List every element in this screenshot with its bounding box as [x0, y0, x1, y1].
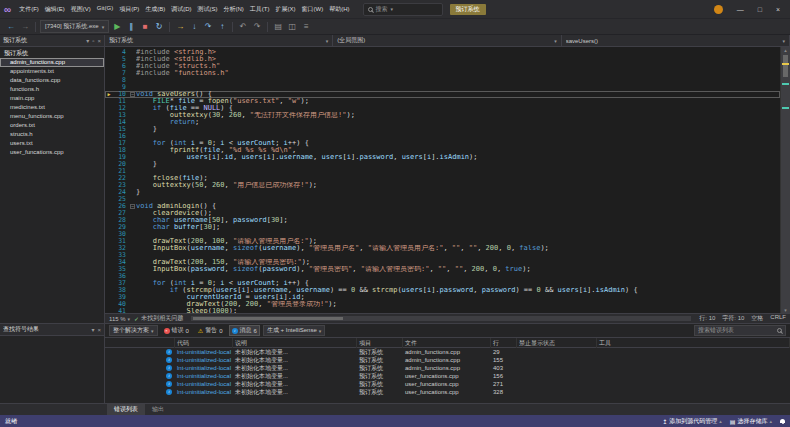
forward-icon[interactable]: → — [19, 21, 31, 33]
file-item[interactable]: orders.txt — [0, 121, 104, 130]
column-header[interactable]: 行 — [491, 338, 517, 348]
step-into-icon[interactable]: ↓ — [188, 21, 200, 33]
fold-margin[interactable] — [129, 294, 136, 301]
file-item[interactable]: appointments.txt — [0, 67, 104, 76]
code-line[interactable]: 17 for (int i = 0; i < userCount; i++) { — [105, 140, 780, 147]
code-line[interactable]: 35 InputBox(password, sizeof(password), … — [105, 266, 780, 273]
fold-margin[interactable] — [129, 259, 136, 266]
panel-tab[interactable]: 错误列表 — [107, 404, 145, 415]
code-line[interactable]: 20 } — [105, 161, 780, 168]
fold-margin[interactable] — [129, 238, 136, 245]
fold-margin[interactable] — [129, 273, 136, 280]
code-cell[interactable]: lnt-uninitialized-local — [175, 381, 233, 387]
breakpoint-margin[interactable] — [105, 245, 113, 252]
column-header[interactable]: 工具 — [597, 338, 790, 348]
menu-item[interactable]: 帮助(H) — [326, 3, 352, 16]
zoom-control[interactable]: 115 % ▾ — [109, 316, 130, 322]
fold-margin[interactable] — [129, 280, 136, 287]
search-box[interactable]: 搜索 ▾ — [363, 3, 443, 16]
breakpoint-margin[interactable] — [105, 49, 113, 56]
code-line[interactable]: 30 — [105, 231, 780, 238]
error-row[interactable]: ilnt-uninitialized-local未初始化本地变量...预订系统u… — [105, 372, 790, 380]
breakpoint-margin[interactable] — [105, 70, 113, 77]
scope-dropdown[interactable]: (全局范围) ▾ — [333, 35, 561, 46]
column-header[interactable]: 文件 — [403, 338, 491, 348]
column-header[interactable]: 说明 — [233, 338, 357, 348]
account-avatar[interactable] — [714, 5, 723, 14]
fold-margin[interactable] — [129, 133, 136, 140]
code-line[interactable]: 38 if (strcmp(users[i].username, usernam… — [105, 287, 780, 294]
file-item[interactable]: users.txt — [0, 139, 104, 148]
chevron-down-icon[interactable]: ▾ — [91, 326, 94, 333]
scroll-down-icon[interactable]: ▾ — [781, 307, 790, 313]
code-line[interactable]: 8 — [105, 77, 780, 84]
undo-icon[interactable]: ↶ — [237, 21, 249, 33]
breakpoint-margin[interactable] — [105, 294, 113, 301]
code-line[interactable]: 6#include "structs.h" — [105, 63, 780, 70]
split-window-icon[interactable]: ◫ — [286, 21, 298, 33]
maximize-button[interactable]: □ — [752, 5, 768, 14]
breakpoint-margin[interactable] — [105, 175, 113, 182]
breakpoint-margin[interactable] — [105, 126, 113, 133]
file-item[interactable]: medicines.txt — [0, 103, 104, 112]
fold-collapse-icon[interactable]: − — [130, 92, 135, 97]
code-line[interactable]: 15 } — [105, 126, 780, 133]
select-repository-button[interactable]: ▤选择存储库▴ — [730, 417, 772, 426]
horizontal-scrollbar[interactable] — [191, 316, 691, 321]
code-line[interactable]: 40 drawText(200, 200, "管理员登录成功!"); — [105, 301, 780, 308]
breakpoint-margin[interactable] — [105, 252, 113, 259]
breakpoint-margin[interactable] — [105, 196, 113, 203]
break-all-icon[interactable]: ∥ — [125, 21, 137, 33]
code-line[interactable]: 31 drawText(200, 100, "请输入管理员用户名:"); — [105, 238, 780, 245]
fold-margin[interactable] — [129, 63, 136, 70]
add-to-source-control-button[interactable]: ↥添加到源代码管理▴ — [662, 417, 722, 426]
breakpoint-margin[interactable] — [105, 77, 113, 84]
code-line[interactable]: 25 — [105, 196, 780, 203]
file-item[interactable]: data_functions.cpp — [0, 76, 104, 85]
fold-margin[interactable] — [129, 217, 136, 224]
breakpoint-margin[interactable] — [105, 238, 113, 245]
back-icon[interactable]: ← — [5, 21, 17, 33]
fold-margin[interactable] — [129, 301, 136, 308]
code-line[interactable]: ▶10−void saveUsers() { — [105, 91, 780, 98]
fold-margin[interactable] — [129, 126, 136, 133]
code-line[interactable]: 4#include <string.h> — [105, 49, 780, 56]
breakpoint-margin[interactable]: ▶ — [105, 91, 113, 98]
column-header[interactable]: 代码 — [175, 338, 233, 348]
fold-margin[interactable] — [129, 56, 136, 63]
fold-margin[interactable] — [129, 175, 136, 182]
continue-icon[interactable]: ▶ — [111, 21, 123, 33]
menu-item[interactable]: 分析(N) — [221, 3, 247, 16]
code-cell[interactable]: lnt-uninitialized-local — [175, 349, 233, 355]
column-header[interactable] — [105, 338, 175, 348]
fold-collapse-icon[interactable]: − — [130, 204, 135, 209]
error-row[interactable]: ilnt-uninitialized-local未初始化本地变量...预订系统u… — [105, 388, 790, 396]
breakpoint-margin[interactable] — [105, 63, 113, 70]
file-item[interactable]: functions.h — [0, 85, 104, 94]
code-line[interactable]: 18 fprintf(file, "%d %s %s %d\n", — [105, 147, 780, 154]
code-line[interactable]: 28 char username[50], password[30]; — [105, 217, 780, 224]
breakpoint-margin[interactable] — [105, 161, 113, 168]
step-over-icon[interactable]: ↷ — [202, 21, 214, 33]
file-item[interactable]: structs.h — [0, 130, 104, 139]
scrollbar-thumb[interactable] — [193, 317, 343, 320]
menu-item[interactable]: Git(G) — [94, 3, 116, 16]
member-dropdown[interactable]: saveUsers() ▾ — [562, 35, 790, 46]
column-header[interactable]: 项目 — [357, 338, 403, 348]
fold-margin[interactable] — [129, 168, 136, 175]
warnings-filter-button[interactable]: ⚠ 警告 0 — [195, 325, 226, 336]
breakpoint-margin[interactable] — [105, 203, 113, 210]
pin-icon[interactable]: ▫ — [92, 38, 94, 44]
breakpoint-margin[interactable] — [105, 140, 113, 147]
code-line[interactable]: 27 cleardevice(); — [105, 210, 780, 217]
fold-margin[interactable] — [129, 84, 136, 91]
fold-margin[interactable] — [129, 266, 136, 273]
breakpoint-margin[interactable] — [105, 217, 113, 224]
fold-margin[interactable] — [129, 98, 136, 105]
menu-item[interactable]: 测试(S) — [195, 3, 221, 16]
project-dropdown[interactable]: 预订系统 ▾ — [105, 35, 333, 46]
fold-margin[interactable] — [129, 140, 136, 147]
provider-filter-dropdown[interactable]: 生成 + IntelliSense ▾ — [263, 325, 325, 336]
code-line[interactable]: 19 users[i].id, users[i].username, users… — [105, 154, 780, 161]
fold-margin[interactable] — [129, 147, 136, 154]
